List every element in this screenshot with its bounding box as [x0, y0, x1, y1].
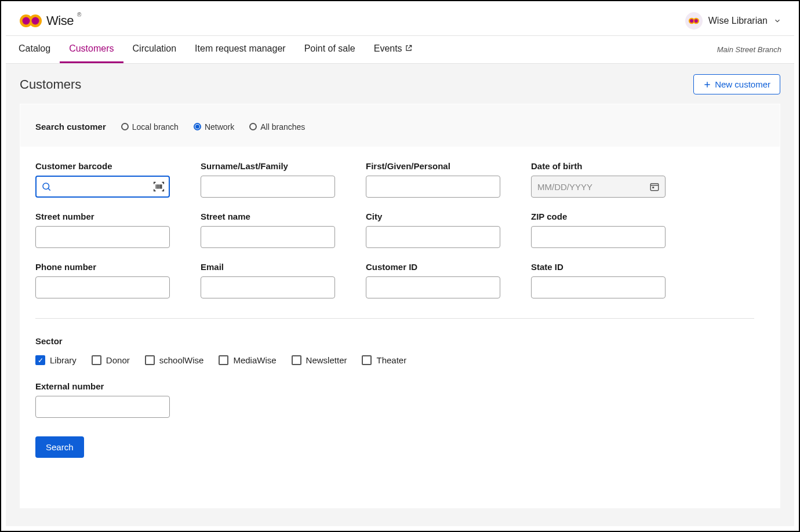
sector-check-theater[interactable]: Theater: [362, 355, 406, 365]
external-input[interactable]: [35, 396, 170, 418]
search-icon: [41, 181, 52, 192]
checkbox-icon: [92, 355, 101, 365]
phone-input[interactable]: [35, 276, 170, 298]
radio-label: All branches: [260, 122, 305, 132]
stateid-input[interactable]: [531, 276, 666, 298]
scope-radio-local-branch[interactable]: Local branch: [121, 122, 179, 132]
phone-label: Phone number: [35, 262, 177, 272]
checkbox-label: Newsletter: [306, 355, 347, 365]
scope-radio-group: Local branchNetworkAll branches: [121, 122, 306, 132]
chevron-down-icon: [773, 17, 781, 25]
sector-check-newsletter[interactable]: Newsletter: [292, 355, 347, 365]
user-menu[interactable]: Wise Librarian: [685, 12, 781, 30]
checkbox-icon: [292, 355, 301, 365]
svg-point-2: [23, 17, 30, 24]
city-input[interactable]: [366, 226, 500, 248]
svg-point-7: [694, 19, 697, 22]
sector-check-schoolwise[interactable]: schoolWise: [145, 355, 204, 365]
svg-point-10: [43, 183, 49, 190]
zip-label: ZIP code: [531, 212, 673, 221]
streetnum-label: Street number: [35, 212, 177, 221]
search-scope-header: Search customer Local branchNetworkAll b…: [20, 104, 780, 147]
barcode-input[interactable]: [35, 176, 170, 198]
user-avatar: [685, 12, 703, 30]
streetnum-input[interactable]: [35, 226, 170, 248]
first-label: First/Given/Personal: [366, 161, 508, 171]
topbar: Wise ® Wise Librarian: [6, 6, 794, 36]
search-button-label: Search: [46, 442, 74, 452]
first-input[interactable]: [366, 176, 500, 198]
svg-point-6: [690, 19, 693, 22]
brand-logo[interactable]: Wise ®: [19, 13, 81, 28]
scope-radio-all-branches[interactable]: All branches: [249, 122, 305, 132]
customerid-input[interactable]: [366, 276, 500, 298]
checkbox-label: Theater: [376, 355, 406, 365]
search-button[interactable]: Search: [35, 436, 84, 458]
barcode-scan-icon[interactable]: [152, 180, 165, 193]
checkbox-icon: [362, 355, 372, 365]
nav-point-of-sale[interactable]: Point of sale: [295, 36, 365, 63]
streetname-label: Street name: [201, 212, 343, 221]
external-label: External number: [35, 381, 170, 391]
checkbox-label: schoolWise: [159, 355, 204, 365]
sector-check-mediawise[interactable]: MediaWise: [219, 355, 276, 365]
barcode-label: Customer barcode: [35, 161, 177, 171]
page-title: Customers: [20, 77, 81, 92]
sector-check-library[interactable]: ✓Library: [35, 355, 77, 365]
calendar-icon[interactable]: [649, 181, 660, 192]
email-input[interactable]: [201, 276, 335, 298]
brand-registered: ®: [77, 12, 81, 18]
checkbox-icon: ✓: [35, 355, 45, 365]
sector-check-donor[interactable]: Donor: [92, 355, 130, 365]
svg-rect-17: [650, 184, 659, 191]
nav-circulation[interactable]: Circulation: [123, 36, 186, 63]
email-label: Email: [201, 262, 343, 272]
svg-point-3: [32, 17, 39, 24]
wise-logo-icon: [19, 13, 43, 28]
surname-input[interactable]: [201, 176, 335, 198]
external-link-icon: [405, 44, 413, 54]
svg-rect-19: [652, 187, 654, 188]
checkbox-icon: [145, 355, 155, 365]
nav-customers[interactable]: Customers: [60, 36, 123, 63]
radio-icon: [121, 123, 129, 130]
scope-radio-network[interactable]: Network: [194, 122, 234, 132]
branch-label: Main Street Branch: [717, 36, 781, 63]
checkbox-icon: [219, 355, 228, 365]
sector-checkboxes: ✓LibraryDonorschoolWiseMediaWiseNewslett…: [35, 355, 765, 365]
divider: [35, 318, 754, 319]
city-label: City: [366, 212, 508, 221]
stateid-label: State ID: [531, 262, 673, 272]
search-heading: Search customer: [35, 122, 106, 132]
checkbox-label: Donor: [106, 355, 130, 365]
radio-icon: [249, 123, 257, 130]
main-nav: CatalogCustomersCirculationItem request …: [6, 36, 794, 64]
surname-label: Surname/Last/Family: [201, 161, 343, 171]
customerid-label: Customer ID: [366, 262, 508, 272]
sector-label: Sector: [35, 336, 765, 346]
dob-label: Date of birth: [531, 161, 673, 171]
radio-icon: [194, 123, 201, 130]
plus-icon: [703, 81, 711, 89]
nav-item-request-manager[interactable]: Item request manager: [186, 36, 295, 63]
checkbox-label: Library: [50, 355, 77, 365]
nav-catalog[interactable]: Catalog: [19, 36, 60, 63]
zip-input[interactable]: [531, 226, 666, 248]
brand-name: Wise: [46, 13, 74, 28]
checkbox-label: MediaWise: [233, 355, 276, 365]
new-customer-label: New customer: [715, 79, 770, 89]
user-name: Wise Librarian: [708, 16, 768, 26]
page-body: Customers New customer Search customer L…: [6, 64, 794, 526]
dob-input[interactable]: [531, 176, 666, 198]
streetname-input[interactable]: [201, 226, 335, 248]
nav-events[interactable]: Events: [365, 36, 422, 63]
radio-label: Network: [205, 122, 234, 132]
svg-line-11: [48, 188, 50, 190]
search-panel: Search customer Local branchNetworkAll b…: [20, 104, 780, 508]
radio-label: Local branch: [132, 122, 179, 132]
new-customer-button[interactable]: New customer: [693, 74, 780, 94]
